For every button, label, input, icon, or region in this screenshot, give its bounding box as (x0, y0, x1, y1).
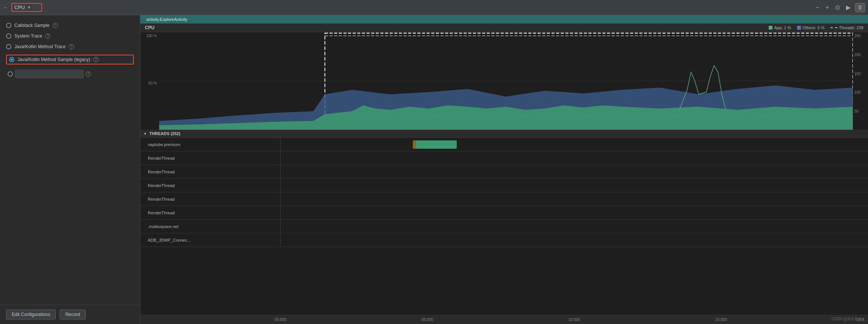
legend-threads: Threads: 239 (830, 25, 863, 30)
time-label-15: 15.000 (715, 318, 727, 322)
threads-toggle-icon[interactable]: ▼ (143, 132, 147, 136)
thread-name: naptube.premium (140, 138, 280, 151)
help-icon-custom[interactable]: ? (86, 71, 91, 77)
time-axis: 00.000 05.000 10.000 15.000 20.0... (140, 315, 868, 324)
thread-row: naptube.premium (140, 138, 868, 151)
thread-timeline[interactable] (280, 151, 868, 165)
threads-container: ▼ THREADS (252) naptube.premium (140, 130, 868, 315)
record-button[interactable]: Record (60, 310, 86, 319)
toolbar: ← CPU ▼ ⋮ − + ⊙ ▶ ⏸ (0, 0, 868, 15)
radio-system-trace[interactable] (6, 33, 11, 39)
play-button[interactable]: ▶ (844, 3, 852, 12)
thread-block-small (413, 140, 416, 149)
legend-app-icon (769, 26, 772, 30)
time-label-10: 10.000 (569, 318, 580, 322)
thread-timeline[interactable] (280, 192, 868, 206)
toolbar-icon-group: − + ⊙ ▶ ⏸ (814, 3, 865, 12)
legend-others: Others: 3 % (797, 25, 824, 30)
thread-name: RenderThread (140, 206, 280, 219)
panel-actions: Edit Configurations Record (0, 305, 140, 324)
zoom-in-button[interactable]: + (824, 3, 830, 12)
radio-java-kotlin-trace[interactable] (6, 44, 11, 49)
cpu-chart-canvas[interactable] (159, 32, 853, 130)
main-container: Callstack Sample ? System Trace ? Java/K… (0, 15, 868, 324)
thread-name: ADB_JDWP_Connec... (140, 233, 280, 247)
r-label-100: 100 (854, 90, 868, 94)
help-icon-java-kotlin-trace[interactable]: ? (69, 44, 74, 49)
cpu-dropdown[interactable]: CPU ▼ ⋮ (11, 3, 42, 12)
thread-timeline[interactable] (280, 206, 868, 219)
thread-row: RenderThread (140, 151, 868, 165)
thread-name: RenderThread (140, 192, 280, 206)
cpu-header: CPU App: 1 % Others: 3 % Threads: 239 (140, 24, 868, 32)
thread-row: RenderThread (140, 179, 868, 192)
thread-rows: naptube.premium RenderThread (140, 138, 868, 315)
dropdown-more-icon[interactable]: ⋮ (33, 5, 39, 10)
thread-block (416, 140, 457, 149)
thread-name: .mobiuspace.net (140, 220, 280, 233)
label-java-kotlin-sample: Java/Kotlin Method Sample (legacy) (17, 57, 90, 62)
cpu-chart-svg (159, 32, 853, 130)
back-button[interactable]: ← (3, 5, 8, 11)
chevron-down-icon: ▼ (27, 5, 31, 9)
time-label-5: 05.000 (421, 318, 433, 322)
thread-row: RenderThread (140, 206, 868, 220)
legend-threads-label: Threads: 239 (839, 25, 863, 30)
thread-timeline[interactable] (280, 138, 868, 151)
option-callstack[interactable]: Callstack Sample ? (6, 23, 134, 28)
radio-java-kotlin-sample[interactable] (9, 57, 14, 62)
legend-others-icon (797, 26, 801, 30)
time-label-0: 00.000 (275, 318, 287, 322)
legend-app-label: App: 1 % (774, 25, 791, 30)
left-panel: Callstack Sample ? System Trace ? Java/K… (0, 15, 140, 324)
right-panel: activity.ExploreActivity CPU App: 1 % Ot… (140, 15, 868, 324)
cpu-dropdown-label: CPU (14, 5, 25, 10)
activity-label: activity.ExploreActivity (146, 17, 187, 22)
pause-button[interactable]: ⏸ (855, 3, 865, 12)
thread-row: RenderThread (140, 165, 868, 179)
recording-options: Callstack Sample ? System Trace ? Java/K… (0, 15, 140, 305)
label-java-kotlin-trace: Java/Kotlin Method Trace (14, 44, 66, 49)
thread-row: RenderThread (140, 192, 868, 206)
custom-config-input[interactable] (15, 70, 83, 78)
time-axis-track: 00.000 05.000 10.000 15.000 20.0... (280, 315, 868, 324)
help-icon-system-trace[interactable]: ? (45, 33, 50, 39)
help-icon-java-kotlin-sample[interactable]: ? (93, 57, 99, 62)
r-label-150: 150 (854, 72, 868, 76)
chart-y-labels: 100 % 50 % (140, 32, 159, 130)
label-callstack: Callstack Sample (14, 23, 50, 28)
radio-custom[interactable] (8, 71, 13, 77)
thread-timeline[interactable] (280, 165, 868, 178)
thread-row: ADB_JDWP_Connec... (140, 233, 868, 247)
cpu-legend: App: 1 % Others: 3 % Threads: 239 (769, 25, 863, 30)
option-java-kotlin-trace[interactable]: Java/Kotlin Method Trace ? (6, 44, 134, 49)
cpu-chart-container: CPU App: 1 % Others: 3 % Threads: 239 (140, 24, 868, 130)
r-label-200: 200 (854, 53, 868, 57)
thread-timeline[interactable] (280, 179, 868, 192)
thread-name: RenderThread (140, 179, 280, 192)
y-label-50: 50 % (148, 81, 157, 85)
cpu-chart-body[interactable]: 100 % 50 % (140, 32, 868, 130)
option-java-kotlin-sample[interactable]: Java/Kotlin Method Sample (legacy) ? (6, 55, 134, 64)
r-label-50: 50 (854, 109, 868, 113)
y-label-100: 100 % (146, 34, 157, 38)
threads-header: ▼ THREADS (252) (140, 130, 868, 138)
option-system-trace[interactable]: System Trace ? (6, 33, 134, 39)
legend-others-label: Others: 3 % (802, 25, 824, 30)
cpu-title: CPU (145, 25, 154, 30)
chart-right-labels: 250 200 150 100 50 (853, 32, 868, 130)
thread-timeline[interactable] (280, 233, 868, 247)
label-system-trace: System Trace (14, 33, 42, 39)
activity-bar: activity.ExploreActivity (140, 15, 868, 24)
reset-button[interactable]: ⊙ (834, 3, 841, 12)
custom-config-row: ? (6, 70, 134, 78)
help-icon-callstack[interactable]: ? (53, 23, 58, 28)
zoom-out-button[interactable]: − (814, 3, 821, 12)
legend-app: App: 1 % (769, 25, 791, 30)
thread-timeline[interactable] (280, 220, 868, 233)
edit-configurations-button[interactable]: Edit Configurations (6, 310, 56, 319)
legend-threads-icon (830, 27, 837, 28)
radio-callstack[interactable] (6, 23, 11, 28)
r-label-250: 250 (854, 34, 868, 38)
watermark: CSDN @我不勤奋v (832, 316, 864, 322)
